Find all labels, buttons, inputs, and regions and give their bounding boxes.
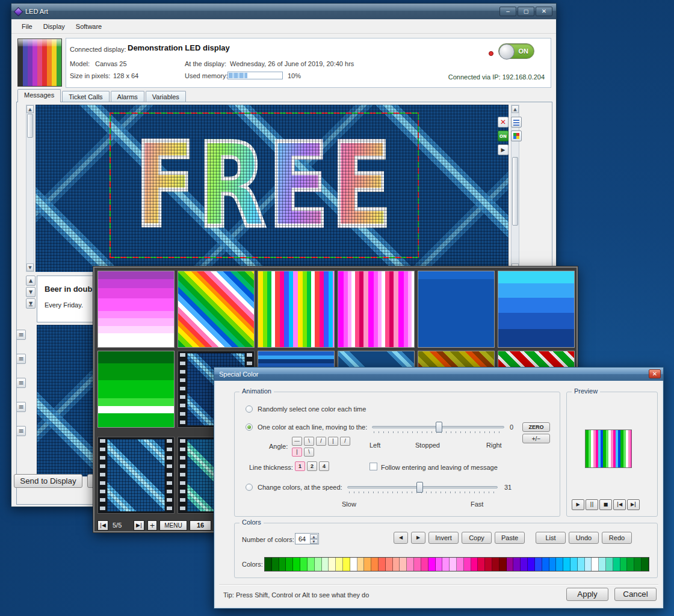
color-cell-7[interactable] [315, 558, 322, 571]
color-shift-left-icon[interactable]: ◀ [394, 532, 408, 544]
color-cell-48[interactable] [606, 558, 613, 571]
pattern-swatch-film-blue2[interactable] [97, 437, 175, 514]
angle-button-r1-3[interactable]: | [328, 437, 338, 446]
copy-button[interactable]: Copy [462, 532, 492, 544]
color-cell-15[interactable] [371, 558, 379, 571]
pattern-swatch-blue-solid[interactable] [418, 271, 495, 348]
paste-button[interactable]: Paste [495, 532, 525, 544]
color-cell-5[interactable] [300, 558, 308, 571]
menu-software[interactable]: Software [70, 21, 107, 32]
spinner-down-icon[interactable] [310, 539, 318, 544]
toggle-knob[interactable] [499, 44, 515, 60]
pattern-swatch-green[interactable] [97, 351, 175, 428]
color-cell-49[interactable] [613, 558, 620, 571]
selection-rectangle[interactable]: FREE [110, 112, 419, 258]
color-cell-29[interactable] [471, 558, 478, 571]
tab-variables[interactable]: Variables [146, 91, 186, 102]
color-cell-52[interactable] [634, 558, 642, 571]
thickness-button-2[interactable]: 2 [307, 461, 317, 471]
color-cell-38[interactable] [535, 558, 542, 571]
delete-message-icon[interactable] [498, 117, 509, 128]
angle-button-r1-0[interactable]: — [292, 437, 302, 446]
slider-thumb[interactable] [416, 482, 423, 493]
color-cell-53[interactable] [642, 558, 649, 571]
color-cell-42[interactable] [563, 558, 570, 571]
skip-end-icon[interactable]: ▶| [627, 499, 640, 510]
preview-left-scrollbar[interactable]: ▲ ▼ [26, 105, 34, 272]
invert-button[interactable]: Invert [428, 532, 459, 544]
row-handle-icon[interactable] [16, 378, 26, 388]
row-handle-icon[interactable] [16, 426, 26, 436]
angle-button-r2-1[interactable]: \ [304, 448, 314, 457]
message-down-icon[interactable] [26, 287, 36, 297]
message-up-icon[interactable] [26, 276, 36, 286]
menu-display[interactable]: Display [38, 21, 70, 32]
radio-random-color[interactable] [246, 405, 253, 413]
plus-minus-button[interactable]: +/− [522, 434, 550, 443]
send-to-display-button[interactable]: Send to Display [14, 474, 82, 488]
color-cell-30[interactable] [478, 558, 485, 571]
cancel-button[interactable]: Cancel [614, 588, 657, 601]
gallery-menu-button[interactable]: MENU [159, 520, 187, 531]
pattern-swatch-magenta[interactable] [97, 271, 175, 348]
color-cell-28[interactable] [464, 558, 471, 571]
color-cell-0[interactable] [265, 558, 272, 571]
tab-messages[interactable]: Messages [17, 89, 61, 102]
color-cell-1[interactable] [272, 558, 279, 571]
thickness-button-1[interactable]: 1 [295, 461, 305, 471]
color-cell-33[interactable] [499, 558, 507, 571]
color-cell-40[interactable] [549, 558, 557, 571]
follow-checkbox[interactable] [369, 463, 377, 470]
color-cell-24[interactable] [436, 558, 443, 571]
led-display-preview[interactable]: FREE [36, 105, 509, 272]
gallery-add-button[interactable]: + [147, 520, 157, 531]
color-cell-3[interactable] [286, 558, 293, 571]
angle-button-r1-1[interactable]: \ [304, 437, 314, 446]
pattern-swatch-rainbow-diag[interactable] [178, 271, 255, 348]
skip-start-icon[interactable]: |◀ [613, 499, 626, 510]
tab-ticket-calls[interactable]: Ticket Calls [62, 91, 109, 102]
radio-one-color-per-line[interactable] [246, 424, 253, 431]
color-cell-23[interactable] [428, 558, 436, 571]
gallery-value-button[interactable]: 16 [190, 520, 211, 531]
next-frame-icon[interactable] [498, 144, 509, 155]
color-cell-10[interactable] [336, 558, 343, 571]
play-icon[interactable]: ▶ [572, 499, 584, 510]
color-cell-31[interactable] [485, 558, 492, 571]
stop-icon[interactable]: ■ [599, 499, 612, 510]
direction-slider[interactable] [372, 421, 504, 434]
undo-button[interactable]: Undo [569, 532, 599, 544]
color-cell-22[interactable] [421, 558, 428, 571]
row-handle-icon[interactable] [16, 354, 26, 364]
color-cell-39[interactable] [542, 558, 549, 571]
color-cell-18[interactable] [393, 558, 400, 571]
list-button[interactable]: List [536, 532, 566, 544]
color-cell-32[interactable] [492, 558, 499, 571]
tab-alarms[interactable]: Alarms [111, 91, 144, 102]
close-icon[interactable] [536, 7, 552, 16]
color-cell-9[interactable] [329, 558, 336, 571]
color-cell-37[interactable] [528, 558, 535, 571]
color-cell-13[interactable] [357, 558, 365, 571]
color-cell-11[interactable] [343, 558, 350, 571]
pattern-swatch-pink-vert[interactable] [338, 271, 415, 348]
message-color-icon[interactable] [511, 131, 522, 141]
color-cell-50[interactable] [620, 558, 628, 571]
spinner-up-icon[interactable] [310, 534, 318, 539]
maximize-icon[interactable] [518, 7, 534, 16]
color-cell-47[interactable] [599, 558, 606, 571]
zero-button[interactable]: ZERO [522, 422, 550, 432]
radio-change-colors[interactable] [246, 484, 253, 491]
preview-right-scrollbar[interactable]: ▲ ▼ [511, 105, 519, 272]
color-cell-27[interactable] [457, 558, 464, 571]
row-handle-icon[interactable] [16, 402, 26, 412]
color-cell-17[interactable] [386, 558, 393, 571]
slider-thumb[interactable] [436, 422, 442, 433]
number-of-colors-spinner[interactable]: 64 [295, 533, 319, 544]
color-cell-6[interactable] [308, 558, 315, 571]
pattern-swatch-rainbow-vert[interactable] [258, 271, 335, 348]
gallery-first-page-button[interactable]: |◀ [97, 520, 108, 531]
pattern-swatch-blue-bars[interactable] [498, 271, 575, 348]
color-cell-4[interactable] [293, 558, 300, 571]
gallery-last-page-button[interactable]: ▶| [134, 520, 144, 531]
